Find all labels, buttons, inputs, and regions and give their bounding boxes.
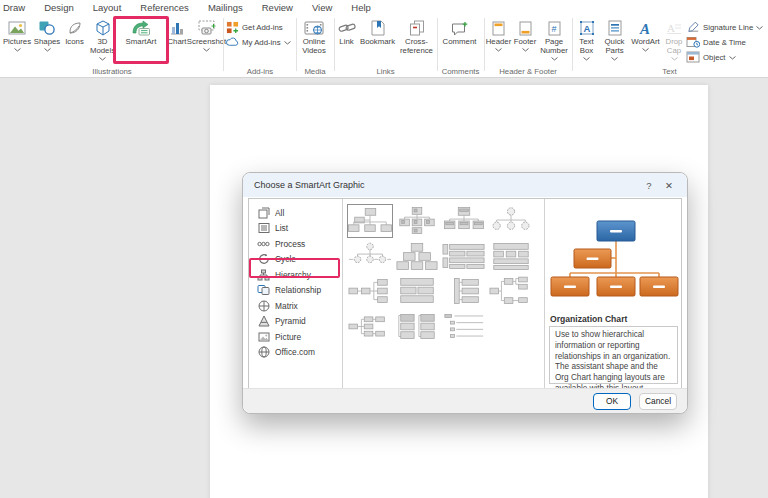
gallery-item-half-circle-organization-chart[interactable] bbox=[488, 204, 534, 238]
gallery-item-picture-organization-chart[interactable] bbox=[394, 204, 440, 238]
process-category-icon bbox=[257, 238, 270, 250]
group-label-text: Text bbox=[573, 67, 766, 76]
category-pyramid[interactable]: Pyramid bbox=[249, 314, 342, 329]
ribbon-group-add-ins: Get Add-insMy Add-insAdd-ins bbox=[225, 15, 295, 77]
dropdown-chevron-icon bbox=[671, 57, 678, 61]
ribbon-button-smartart[interactable]: SmartArt bbox=[118, 16, 164, 47]
ribbon-button-shapes[interactable]: Shapes bbox=[32, 16, 62, 52]
menu-tab-design[interactable]: Design bbox=[44, 2, 74, 13]
ribbon-button-page-number[interactable]: #Page Number bbox=[538, 16, 570, 61]
link-icon bbox=[338, 18, 356, 38]
dropdown-chevron-icon bbox=[522, 48, 529, 52]
ribbon-button-comment[interactable]: Comment bbox=[438, 16, 481, 47]
smartart-icon bbox=[131, 18, 151, 38]
ribbon-button-my-add-ins[interactable]: My Add-ins bbox=[225, 36, 291, 48]
cycle-category-icon bbox=[257, 253, 270, 265]
gallery-item-grouped-list[interactable] bbox=[394, 309, 440, 343]
dropdown-chevron-icon bbox=[44, 48, 51, 52]
menu-tab-draw[interactable]: Draw bbox=[3, 2, 25, 13]
dialog-help-button[interactable]: ? bbox=[639, 180, 659, 191]
getaddins-icon bbox=[225, 21, 239, 34]
svg-text:A: A bbox=[639, 21, 650, 36]
ribbon-button-drop-cap: ADrop Cap bbox=[662, 16, 686, 61]
ribbon-button-icons[interactable]: Icons bbox=[62, 16, 87, 47]
menu-tab-mailings[interactable]: Mailings bbox=[208, 2, 243, 13]
ribbon-tab-bar: DrawDesignLayoutReferencesMailingsReview… bbox=[0, 0, 768, 15]
gallery-item-hierarchy[interactable] bbox=[394, 239, 440, 273]
menu-tab-layout[interactable]: Layout bbox=[93, 2, 122, 13]
ribbon-button-footer[interactable]: Footer bbox=[512, 16, 538, 52]
ribbon-button-get-add-ins[interactable]: Get Add-ins bbox=[225, 21, 291, 33]
hierarchy-category-icon bbox=[257, 269, 270, 281]
gallery-item-circle-picture-hierarchy[interactable] bbox=[347, 239, 393, 273]
comment-icon bbox=[451, 18, 468, 38]
dropdown-chevron-icon bbox=[203, 48, 210, 52]
ribbon-button-cross-reference[interactable]: Cross- reference bbox=[397, 16, 436, 56]
gallery-item-lined-list[interactable] bbox=[441, 309, 487, 343]
dialog-close-button[interactable]: ✕ bbox=[659, 180, 679, 191]
group-label-media: Media bbox=[297, 67, 333, 76]
category-list[interactable]: List bbox=[249, 221, 342, 236]
object-icon bbox=[686, 51, 700, 63]
dropdown-chevron-icon bbox=[642, 48, 649, 52]
gallery-item-table-hierarchy[interactable] bbox=[488, 239, 534, 273]
category-all[interactable]: All bbox=[249, 205, 342, 220]
category-picture[interactable]: Picture bbox=[249, 329, 342, 344]
group-label-header-footer: Header & Footer bbox=[485, 67, 571, 76]
gallery-item-name-and-title-organization-chart[interactable] bbox=[441, 204, 487, 238]
category-cycle[interactable]: Cycle bbox=[249, 252, 342, 267]
dropdown-chevron-icon bbox=[583, 57, 590, 61]
ribbon-button-wordart[interactable]: AWordArt bbox=[629, 16, 662, 52]
category-office-com[interactable]: Office.com bbox=[249, 345, 342, 360]
menu-tab-references[interactable]: References bbox=[140, 2, 189, 13]
menu-tab-view[interactable]: View bbox=[312, 2, 332, 13]
matrix-category-icon bbox=[257, 300, 270, 312]
category-process[interactable]: Process bbox=[249, 236, 342, 251]
dialog-content: AllListProcessCycleHierarchyRelationship… bbox=[248, 198, 682, 389]
dialog-title-bar[interactable]: Choose a SmartArt Graphic ? ✕ bbox=[243, 173, 687, 197]
category-hierarchy[interactable]: Hierarchy bbox=[249, 267, 342, 282]
category-relationship[interactable]: Relationship bbox=[249, 283, 342, 298]
group-label-links: Links bbox=[335, 67, 436, 76]
videos-icon bbox=[304, 18, 324, 38]
gallery-item-horizontal-hierarchy[interactable] bbox=[488, 274, 534, 308]
ribbon-button-bookmark[interactable]: Bookmark bbox=[358, 16, 397, 47]
ribbon-group-illustrations: PicturesShapesIcons3D ModelsSmartArtChar… bbox=[2, 15, 222, 77]
gallery-item-horizontal-multi-level-hierarchy[interactable] bbox=[441, 274, 487, 308]
ribbon-button-text-box[interactable]: AText Box bbox=[573, 16, 600, 61]
screenshot-icon bbox=[198, 18, 216, 38]
ribbon-button-signature-line[interactable]: Signature Line bbox=[686, 21, 763, 33]
ribbon-button-header[interactable]: Header bbox=[485, 16, 512, 52]
ribbon-group-header-footer: HeaderFooter#Page NumberHeader & Footer bbox=[485, 15, 571, 77]
gallery-item-labeled-hierarchy[interactable] bbox=[441, 239, 487, 273]
ok-button[interactable]: OK bbox=[593, 393, 631, 410]
menu-tab-help[interactable]: Help bbox=[351, 2, 371, 13]
gallery-item-horizontal-labeled-hierarchy[interactable] bbox=[347, 309, 393, 343]
dialog-footer: OK Cancel bbox=[243, 388, 687, 413]
gallery-item-organization-chart[interactable] bbox=[347, 204, 393, 238]
word-application-window: DrawDesignLayoutReferencesMailingsReview… bbox=[0, 0, 768, 498]
category-matrix[interactable]: Matrix bbox=[249, 298, 342, 313]
dropdown-chevron-icon bbox=[756, 26, 763, 30]
ribbon-button-quick-parts[interactable]: Quick Parts bbox=[600, 16, 629, 61]
layout-preview-panel: Organization Chart Use to show hierarchi… bbox=[545, 199, 681, 388]
ribbon-button-3d-models[interactable]: 3D Models bbox=[87, 16, 118, 61]
dropdown-chevron-icon bbox=[729, 56, 736, 60]
cancel-button[interactable]: Cancel bbox=[639, 393, 677, 410]
ribbon-button-pictures[interactable]: Pictures bbox=[2, 16, 32, 52]
group-label-comments: Comments bbox=[438, 67, 483, 76]
ribbon-button-date-time[interactable]: Date & Time bbox=[686, 36, 763, 48]
ribbon-button-screenshot[interactable]: Screenshot bbox=[190, 16, 223, 52]
svg-text:A: A bbox=[667, 22, 675, 34]
dropdown-chevron-icon bbox=[99, 57, 106, 61]
ribbon-button-online-videos[interactable]: Online Videos bbox=[297, 16, 331, 56]
dropdown-chevron-icon bbox=[495, 48, 502, 52]
ribbon-button-object[interactable]: Object bbox=[686, 51, 763, 63]
menu-tab-review[interactable]: Review bbox=[262, 2, 293, 13]
gallery-item-architecture-layout[interactable] bbox=[394, 274, 440, 308]
preview-description: Use to show hierarchical information or … bbox=[549, 326, 678, 384]
preview-title: Organization Chart bbox=[550, 314, 677, 324]
ribbon-button-link[interactable]: Link bbox=[335, 16, 358, 47]
gallery-item-horizontal-organization-chart[interactable] bbox=[347, 274, 393, 308]
list-category-icon bbox=[257, 222, 270, 234]
